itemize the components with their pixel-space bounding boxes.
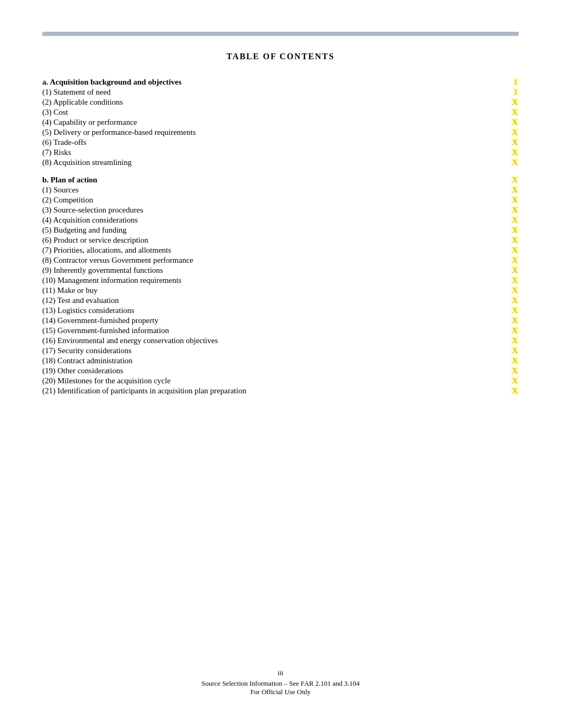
page-number-highlight: X bbox=[511, 158, 519, 167]
footer-page-number: iii bbox=[0, 669, 561, 677]
title-text: TABLE OF CONTENTS bbox=[227, 52, 335, 61]
page-number-highlight: X bbox=[511, 206, 519, 214]
toc-item-row: (18) Contract administrationX bbox=[42, 356, 519, 366]
toc-item-page: X bbox=[485, 107, 519, 117]
toc-item-page: X bbox=[485, 376, 519, 386]
toc-item-text: (1) Statement of need bbox=[42, 87, 485, 97]
toc-item-text: (4) Capability or performance bbox=[42, 117, 485, 127]
page-number-highlight: X bbox=[511, 356, 519, 365]
toc-item-row: (10) Management information requirements… bbox=[42, 275, 519, 285]
toc-item-row: (8) Acquisition streamliningX bbox=[42, 158, 519, 168]
page-number-highlight: X bbox=[511, 266, 519, 274]
toc-item-row: (13) Logistics considerationsX bbox=[42, 306, 519, 316]
toc-item-page: X bbox=[485, 117, 519, 127]
toc-item-text: (14) Government-furnished property bbox=[42, 316, 485, 326]
toc-item-row: (6) Trade-offsX bbox=[42, 137, 519, 148]
toc-item-row: (6) Product or service descriptionX bbox=[42, 235, 519, 245]
toc-item-row: (4) Acquisition considerationsX bbox=[42, 215, 519, 225]
toc-item-page: X bbox=[485, 148, 519, 158]
toc-item-page: X bbox=[485, 97, 519, 107]
toc-item-text: (6) Trade-offs bbox=[42, 137, 485, 148]
page-number-highlight: X bbox=[511, 118, 519, 126]
page-number-highlight: X bbox=[511, 296, 519, 305]
toc-item-text: (6) Product or service description bbox=[42, 235, 485, 245]
toc-item-row: (20) Milestones for the acquisition cycl… bbox=[42, 376, 519, 386]
toc-item-row: (21) Identification of participants in a… bbox=[42, 386, 519, 396]
toc-item-text: (5) Delivery or performance-based requir… bbox=[42, 127, 485, 137]
toc-item-text: (21) Identification of participants in a… bbox=[42, 386, 485, 396]
toc-item-page: X bbox=[485, 158, 519, 168]
toc-item-page: X bbox=[485, 296, 519, 306]
toc-item-page: X bbox=[485, 306, 519, 316]
toc-item-text: (3) Source-selection procedures bbox=[42, 205, 485, 215]
toc-item-text: (12) Test and evaluation bbox=[42, 296, 485, 306]
toc-table: a. Acquisition background and objectives… bbox=[42, 77, 519, 396]
page-number-highlight: X bbox=[511, 376, 519, 385]
toc-item-row: (9) Inherently governmental functionsX bbox=[42, 265, 519, 275]
toc-section-header-page: 1 bbox=[485, 77, 519, 87]
page-number-highlight: X bbox=[511, 366, 519, 375]
toc-item-text: (8) Contractor versus Government perform… bbox=[42, 255, 485, 265]
toc-item-row: (14) Government-furnished propertyX bbox=[42, 316, 519, 326]
page-number-highlight: X bbox=[511, 386, 519, 395]
page-number-highlight: X bbox=[511, 196, 519, 204]
toc-item-row: (7) Priorities, allocations, and allotme… bbox=[42, 245, 519, 255]
toc-section-header-page: X bbox=[485, 175, 519, 185]
page-number-highlight: X bbox=[511, 256, 519, 264]
toc-item-row: (4) Capability or performanceX bbox=[42, 117, 519, 127]
toc-section-header-text: a. Acquisition background and objectives bbox=[42, 77, 485, 87]
toc-section-header-text: b. Plan of action bbox=[42, 175, 485, 185]
toc-item-text: (3) Cost bbox=[42, 107, 485, 117]
toc-item-page: X bbox=[485, 346, 519, 356]
toc-item-text: (18) Contract administration bbox=[42, 356, 485, 366]
page-number-highlight: X bbox=[511, 186, 519, 194]
toc-item-text: (4) Acquisition considerations bbox=[42, 215, 485, 225]
toc-item-text: (15) Government-furnished information bbox=[42, 326, 485, 336]
top-bar bbox=[42, 32, 519, 36]
page-number-highlight: X bbox=[511, 276, 519, 284]
footer: iii Source Selection Information – See F… bbox=[0, 669, 561, 696]
toc-item-text: (13) Logistics considerations bbox=[42, 306, 485, 316]
page-number-highlight: X bbox=[511, 108, 519, 116]
page-number-highlight: X bbox=[511, 176, 519, 184]
toc-item-page: X bbox=[485, 255, 519, 265]
page-container: TABLE OF CONTENTS a. Acquisition backgro… bbox=[0, 0, 561, 728]
toc-item-page: 1 bbox=[485, 87, 519, 97]
toc-item-page: X bbox=[485, 356, 519, 366]
toc-item-page: X bbox=[485, 225, 519, 235]
toc-item-row: (16) Environmental and energy conservati… bbox=[42, 336, 519, 346]
toc-item-row: (19) Other considerationsX bbox=[42, 366, 519, 376]
page-number-highlight: X bbox=[511, 346, 519, 355]
toc-item-page: X bbox=[485, 336, 519, 346]
toc-item-page: X bbox=[485, 195, 519, 205]
toc-item-row: (15) Government-furnished informationX bbox=[42, 326, 519, 336]
page-number-highlight: 1 bbox=[513, 88, 519, 96]
toc-item-row: (11) Make or buyX bbox=[42, 285, 519, 296]
toc-item-page: X bbox=[485, 205, 519, 215]
toc-item-page: X bbox=[485, 366, 519, 376]
page-number-highlight: X bbox=[511, 236, 519, 244]
toc-item-page: X bbox=[485, 185, 519, 195]
toc-item-row: (2) Applicable conditionsX bbox=[42, 97, 519, 107]
page-number-highlight: X bbox=[511, 226, 519, 234]
toc-item-text: (17) Security considerations bbox=[42, 346, 485, 356]
toc-section-header-row: a. Acquisition background and objectives… bbox=[42, 77, 519, 87]
toc-item-text: (20) Milestones for the acquisition cycl… bbox=[42, 376, 485, 386]
footer-line2: For Official Use Only bbox=[0, 688, 561, 696]
toc-item-page: X bbox=[485, 215, 519, 225]
toc-item-page: X bbox=[485, 245, 519, 255]
toc-item-text: (7) Priorities, allocations, and allotme… bbox=[42, 245, 485, 255]
toc-item-page: X bbox=[485, 127, 519, 137]
toc-item-row: (3) Source-selection proceduresX bbox=[42, 205, 519, 215]
toc-item-row: (3) CostX bbox=[42, 107, 519, 117]
toc-spacer bbox=[42, 168, 519, 175]
toc-item-text: (7) Risks bbox=[42, 148, 485, 158]
toc-item-row: (12) Test and evaluationX bbox=[42, 296, 519, 306]
page-number-highlight: X bbox=[511, 336, 519, 345]
toc-item-row: (8) Contractor versus Government perform… bbox=[42, 255, 519, 265]
toc-item-text: (10) Management information requirements bbox=[42, 275, 485, 285]
page-number-highlight: 1 bbox=[513, 78, 519, 86]
toc-item-text: (2) Applicable conditions bbox=[42, 97, 485, 107]
toc-item-page: X bbox=[485, 265, 519, 275]
footer-line1: Source Selection Information – See FAR 2… bbox=[0, 679, 561, 688]
